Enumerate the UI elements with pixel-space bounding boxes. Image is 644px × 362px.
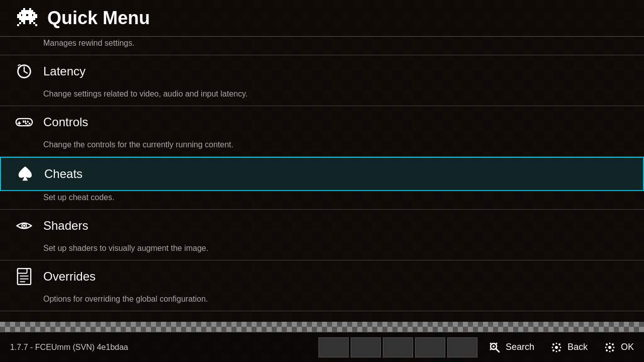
shaders-description: Set up shaders to visually augment the i… (0, 242, 644, 260)
svg-point-62 (613, 346, 614, 348)
svg-rect-16 (17, 24, 19, 26)
svg-point-45 (552, 343, 554, 345)
menu-section-rewind: Manages rewind settings. (0, 37, 644, 55)
controls-menu-item[interactable]: Controls (0, 106, 644, 138)
overrides-label: Overrides (43, 269, 96, 284)
svg-rect-17 (35, 24, 37, 26)
svg-rect-15 (33, 22, 35, 24)
controls-icon (15, 113, 33, 131)
svg-point-50 (555, 342, 557, 344)
menu-section-shaders[interactable]: Shaders Set up shaders to visually augme… (0, 210, 644, 260)
thumbnail-1 (318, 337, 349, 357)
cheats-icon (16, 165, 34, 183)
svg-point-41 (490, 342, 491, 344)
svg-rect-14 (29, 22, 31, 24)
svg-point-26 (29, 123, 31, 125)
menu-section-controls[interactable]: Controls Change the controls for the cur… (0, 106, 644, 157)
overrides-description: Options for overriding the global config… (0, 293, 644, 311)
search-label: Search (506, 342, 534, 352)
svg-line-20 (24, 71, 27, 73)
thumbnail-3 (383, 337, 413, 357)
svg-point-54 (606, 343, 608, 345)
svg-rect-4 (17, 14, 21, 16)
bottom-actions: Search Back (488, 340, 634, 354)
rewind-description: Manages rewind settings. (0, 37, 644, 55)
svg-point-49 (555, 346, 558, 349)
thumbnail-2 (351, 337, 381, 357)
ok-button[interactable]: OK (603, 340, 634, 354)
menu-section-overrides[interactable]: Overrides Options for overriding the glo… (0, 260, 644, 311)
svg-point-61 (605, 346, 606, 348)
bottom-bar: 1.7.7 - FCEUmm (SVN) 4e1bdaa (0, 332, 644, 362)
svg-rect-2 (21, 10, 33, 12)
menu-section-latency[interactable]: Latency Change settings related to video… (0, 55, 644, 106)
ok-icon (603, 340, 617, 354)
svg-point-48 (558, 349, 560, 351)
svg-point-27 (25, 123, 27, 125)
latency-menu-item[interactable]: Latency (0, 55, 644, 87)
svg-point-53 (559, 346, 561, 348)
retroarch-icon (15, 6, 39, 30)
svg-point-47 (552, 349, 554, 351)
svg-point-25 (27, 121, 29, 123)
menu-content: Manages rewind settings. Latency Change (0, 37, 644, 322)
version-label: 1.7.7 - FCEUmm (SVN) 4e1bdaa (10, 343, 318, 352)
controls-description: Change the controls for the currently ru… (0, 138, 644, 156)
shaders-icon (15, 217, 33, 235)
ok-label: OK (621, 342, 634, 352)
svg-rect-7 (33, 14, 37, 16)
svg-point-51 (555, 350, 557, 352)
svg-point-52 (551, 346, 553, 348)
svg-rect-8 (17, 16, 37, 18)
svg-rect-3 (19, 12, 35, 14)
latency-description: Change settings related to video, audio … (0, 87, 644, 106)
main-container: Quick Menu Manages rewind settings. (0, 0, 644, 362)
svg-point-46 (558, 343, 560, 345)
svg-point-56 (606, 349, 608, 351)
svg-point-55 (612, 343, 614, 345)
svg-point-39 (493, 345, 495, 347)
svg-rect-24 (18, 123, 21, 124)
svg-rect-29 (23, 120, 24, 123)
svg-point-32 (23, 225, 26, 227)
svg-point-57 (612, 349, 614, 351)
overrides-icon (15, 267, 33, 286)
svg-rect-0 (23, 8, 25, 10)
shaders-menu-item[interactable]: Shaders (0, 210, 644, 242)
svg-rect-30 (25, 120, 26, 123)
svg-point-42 (496, 342, 497, 344)
overrides-menu-item[interactable]: Overrides (0, 260, 644, 293)
latency-label: Latency (43, 64, 86, 78)
svg-rect-1 (29, 8, 31, 10)
search-icon (488, 340, 502, 354)
shaders-label: Shaders (43, 219, 88, 233)
back-icon (549, 340, 564, 354)
svg-point-59 (609, 342, 610, 344)
cheats-menu-item[interactable]: Cheats (0, 157, 644, 191)
svg-rect-13 (23, 22, 25, 24)
svg-point-44 (496, 348, 497, 350)
svg-rect-12 (19, 22, 21, 24)
cheats-description: Set up cheat codes. (0, 191, 644, 209)
svg-point-21 (18, 67, 20, 69)
svg-point-28 (27, 125, 29, 127)
svg-point-58 (608, 346, 611, 349)
svg-rect-5 (22, 14, 26, 16)
cheats-label: Cheats (44, 167, 83, 181)
svg-rect-34 (18, 268, 27, 273)
menu-section-cheats[interactable]: Cheats Set up cheat codes. (0, 157, 644, 210)
svg-rect-11 (29, 20, 33, 22)
header: Quick Menu (0, 0, 644, 37)
svg-rect-9 (19, 18, 35, 20)
back-button[interactable]: Back (549, 340, 588, 354)
back-label: Back (568, 342, 588, 352)
search-button[interactable]: Search (488, 340, 534, 354)
svg-point-60 (609, 350, 610, 352)
svg-rect-10 (21, 20, 25, 22)
controls-label: Controls (43, 115, 88, 129)
latency-icon (15, 62, 33, 80)
page-title: Quick Menu (47, 8, 150, 29)
svg-rect-6 (28, 14, 32, 16)
thumbnail-4 (415, 337, 445, 357)
thumbnail-5 (447, 337, 477, 357)
